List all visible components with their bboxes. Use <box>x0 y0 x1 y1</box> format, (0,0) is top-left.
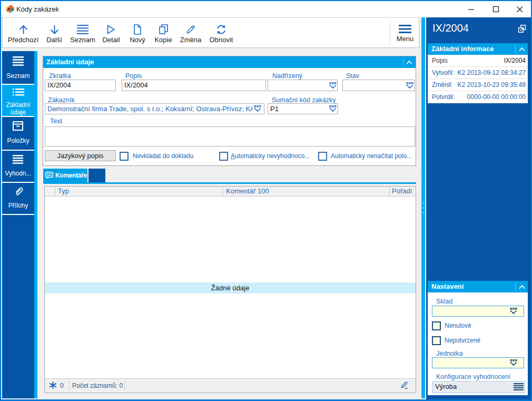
svg-text:K2: K2 <box>8 7 13 12</box>
